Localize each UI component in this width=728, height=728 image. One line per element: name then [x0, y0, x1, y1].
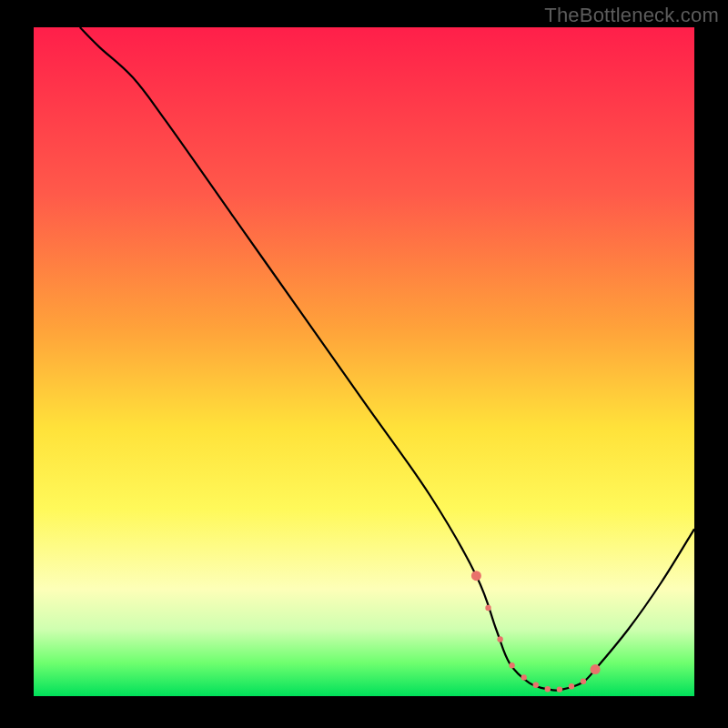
marker-dot: [521, 674, 527, 680]
marker-dot: [569, 683, 574, 689]
marker-dot: [545, 686, 551, 692]
marker-dot: [557, 686, 562, 692]
marker-dot: [485, 605, 490, 611]
watermark-text: TheBottleneck.com: [544, 4, 719, 27]
curve-layer: [34, 27, 694, 696]
marker-dots: [471, 571, 601, 693]
marker-dot: [581, 679, 586, 684]
marker-dot: [591, 664, 601, 674]
marker-dot: [509, 662, 514, 668]
bottleneck-curve: [80, 27, 694, 691]
marker-dot: [497, 636, 502, 642]
chart-frame: TheBottleneck.com: [0, 0, 728, 728]
marker-dot: [533, 682, 539, 688]
marker-dot: [471, 571, 481, 581]
plot-area: [34, 27, 694, 696]
